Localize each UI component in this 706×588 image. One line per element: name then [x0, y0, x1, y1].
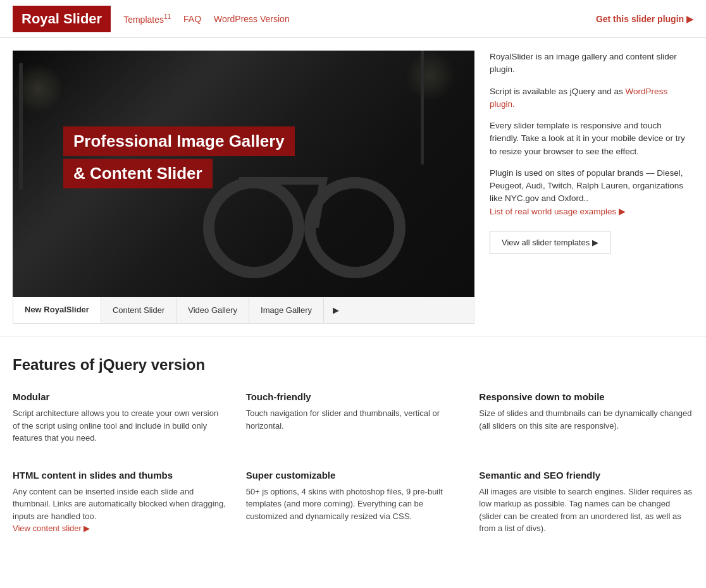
feature-modular-title: Modular	[13, 391, 227, 402]
view-content-slider-link[interactable]: View content slider ▶	[13, 524, 90, 533]
nav-templates-badge: 11	[164, 13, 171, 20]
feature-html-desc-text: Any content can be inserted inside each …	[13, 487, 226, 521]
right-desc4: Plugin is used on sites of popular brand…	[490, 167, 690, 218]
feature-html-title: HTML content in slides and thumbs	[13, 470, 227, 481]
feature-responsive: Responsive down to mobile Size of slides…	[479, 391, 693, 444]
right-desc1: RoyalSlider is an image gallery and cont…	[490, 51, 690, 77]
feature-custom-desc: 50+ js options, 4 skins with photoshop f…	[246, 486, 461, 523]
feature-touch-desc: Touch navigation for slider and thumbnai…	[246, 407, 461, 432]
feature-seo: Semantic and SEO friendly All images are…	[479, 470, 693, 535]
tab-video-gallery[interactable]: Video Gallery	[176, 298, 249, 322]
feature-modular-desc: Script architecture allows you to create…	[13, 407, 227, 444]
features-section: Features of jQuery version Modular Scrip…	[0, 336, 706, 567]
view-templates-button[interactable]: View all slider templates ▶	[490, 231, 610, 254]
feature-custom-title: Super customizable	[246, 470, 461, 481]
main-nav: Templates11 FAQ WordPress Version	[123, 13, 596, 25]
tab-content-slider[interactable]: Content Slider	[101, 298, 176, 322]
slider-tabs: New RoyalSlider Content Slider Video Gal…	[13, 297, 474, 324]
feature-responsive-title: Responsive down to mobile	[479, 391, 693, 402]
right-desc3: Every slider template is responsive and …	[490, 119, 690, 158]
feature-responsive-desc: Size of slides and thumbnails can be dyn…	[479, 407, 693, 432]
tab-image-gallery[interactable]: Image Gallery	[249, 298, 324, 322]
feature-html-content: HTML content in slides and thumbs Any co…	[13, 470, 227, 535]
feature-customizable: Super customizable 50+ js options, 4 ski…	[246, 470, 461, 535]
features-grid: Modular Script architecture allows you t…	[13, 391, 693, 554]
main-content: Professional Image Gallery & Content Sli…	[0, 38, 706, 336]
light-glow-right	[405, 51, 455, 101]
slider-text-line1: Professional Image Gallery	[63, 126, 295, 156]
header: Royal Slider Templates11 FAQ WordPress V…	[0, 0, 706, 38]
usage-examples-link[interactable]: List of real world usage examples ▶	[490, 207, 626, 216]
slider-container: Professional Image Gallery & Content Sli…	[13, 51, 474, 297]
right-panel: RoyalSlider is an image gallery and cont…	[474, 51, 690, 324]
right-desc2-prefix: Script is available as jQuery and as	[490, 87, 626, 96]
tab-next-arrow[interactable]: ▶	[324, 298, 348, 322]
nav-templates[interactable]: Templates11	[123, 13, 171, 25]
feature-modular: Modular Script architecture allows you t…	[13, 391, 227, 444]
nav-templates-label: Templates	[123, 14, 164, 24]
get-plugin-link[interactable]: Get this slider plugin ▶	[596, 14, 693, 24]
feature-seo-desc: All images are visible to search engines…	[479, 486, 693, 535]
right-desc4-text: Plugin is used on sites of popular brand…	[490, 168, 683, 204]
feature-seo-title: Semantic and SEO friendly	[479, 470, 693, 481]
street-light-right	[421, 51, 424, 164]
features-title: Features of jQuery version	[13, 356, 693, 374]
left-panel: Professional Image Gallery & Content Sli…	[13, 51, 474, 324]
slider-text-line2: & Content Slider	[63, 159, 213, 188]
logo: Royal Slider	[13, 6, 111, 32]
right-desc2: Script is available as jQuery and as Wor…	[490, 85, 690, 111]
slider-text-overlay: Professional Image Gallery & Content Sli…	[63, 126, 295, 188]
tab-new-royalslider[interactable]: New RoyalSlider	[13, 297, 101, 323]
slider-background: Professional Image Gallery & Content Sli…	[13, 51, 474, 297]
feature-touch-friendly: Touch-friendly Touch navigation for slid…	[246, 391, 461, 444]
nav-faq[interactable]: FAQ	[183, 14, 201, 24]
feature-html-desc: Any content can be inserted inside each …	[13, 486, 227, 535]
nav-wordpress[interactable]: WordPress Version	[214, 14, 290, 24]
feature-touch-title: Touch-friendly	[246, 391, 461, 402]
street-light-left	[19, 63, 23, 190]
